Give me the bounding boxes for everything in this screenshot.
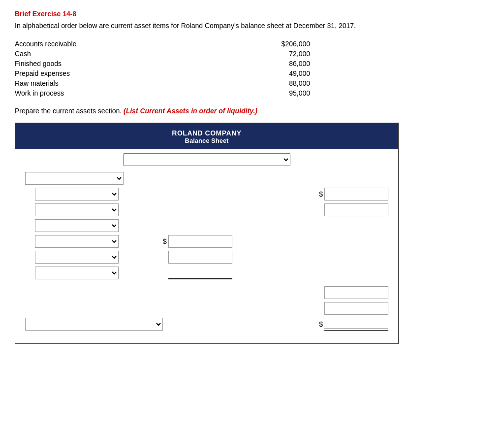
input-row-right2: [25, 302, 388, 315]
prepare-text: Prepare the current assets section. (Lis…: [15, 107, 489, 115]
data-row-2: Cash 72,000: [15, 49, 310, 59]
input-row-cash: $: [25, 188, 388, 201]
section-header-row: [25, 172, 388, 185]
bs-header: ROLAND COMPANY Balance Sheet: [15, 123, 398, 149]
item-label-3: Finished goods: [15, 60, 162, 67]
data-row-1: Accounts receivable $206,000: [15, 39, 310, 49]
row-ar-amount[interactable]: [324, 203, 388, 216]
row-inv-sub3-label[interactable]: [35, 267, 119, 279]
input-row-inv-label: [25, 219, 388, 232]
row-inv-sub1-amount[interactable]: [168, 235, 232, 248]
row-total-amount[interactable]: [324, 318, 388, 331]
row-inv-sub2-label[interactable]: [35, 251, 119, 264]
row-inv-sub1-label[interactable]: [35, 235, 119, 248]
item-value-1: $206,000: [212, 40, 310, 48]
bs-date-row: [15, 149, 398, 170]
data-table: Accounts receivable $206,000 Cash 72,000…: [15, 39, 310, 98]
sheet-title: Balance Sheet: [19, 137, 394, 144]
input-row-ar: [25, 203, 388, 216]
data-row-3: Finished goods 86,000: [15, 59, 310, 68]
company-name: ROLAND COMPANY: [19, 129, 394, 137]
data-row-4: Prepaid expenses 49,000: [15, 68, 310, 78]
bs-body: $ $: [15, 170, 398, 343]
balance-sheet-container: ROLAND COMPANY Balance Sheet $: [15, 123, 399, 344]
item-value-5: 88,000: [212, 79, 310, 87]
item-value-6: 95,000: [212, 89, 310, 97]
input-row-inv-sub1: $: [25, 235, 388, 248]
data-row-5: Raw materials 88,000: [15, 78, 310, 88]
row-inv-label-select[interactable]: [35, 219, 119, 232]
data-row-6: Work in process 95,000: [15, 88, 310, 98]
input-row-inv-sub3: $: [25, 267, 388, 279]
item-label-2: Cash: [15, 50, 162, 58]
input-row-inv-sub2: $: [25, 251, 388, 264]
item-label-5: Raw materials: [15, 79, 162, 87]
instruction-text: (List Current Assets in order of liquidi…: [124, 107, 257, 115]
row-total-label[interactable]: [25, 318, 163, 331]
row-right1-amount[interactable]: [324, 286, 388, 299]
item-value-4: 49,000: [212, 69, 310, 77]
row-inv-sub3-amount[interactable]: [168, 267, 232, 279]
intro-text: In alphabetical order below are current …: [15, 21, 489, 31]
dollar-sign-total: $: [319, 320, 323, 328]
row-ar-label[interactable]: [35, 203, 119, 216]
item-label-4: Prepaid expenses: [15, 69, 162, 77]
row-cash-amount[interactable]: [324, 188, 388, 201]
row-right2-amount[interactable]: [324, 302, 388, 315]
dollar-sign-1: $: [319, 190, 323, 198]
row-inv-sub2-amount[interactable]: [168, 251, 232, 264]
row-cash-label[interactable]: [35, 188, 119, 201]
date-select[interactable]: [123, 153, 290, 166]
dollar-sign-2: $: [163, 237, 167, 245]
section-header-select[interactable]: [25, 172, 124, 185]
input-row-right1: [25, 286, 388, 299]
item-value-3: 86,000: [212, 60, 310, 67]
item-label-6: Work in process: [15, 89, 162, 97]
item-value-2: 72,000: [212, 50, 310, 58]
exercise-title: Brief Exercise 14-8: [15, 10, 489, 18]
item-label-1: Accounts receivable: [15, 40, 162, 48]
input-row-total: $: [25, 318, 388, 331]
